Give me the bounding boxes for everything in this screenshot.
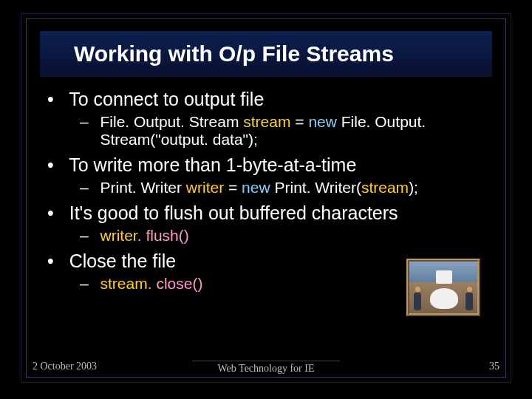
footer-page-number: 35	[489, 361, 499, 372]
slide-title: Working with O/p File Streams	[74, 41, 479, 66]
bullet-2-text: To write more than 1-byte-at-a-time	[69, 154, 356, 175]
person-icon	[414, 287, 421, 312]
bullet-3-sub: writer. flush()	[80, 227, 492, 245]
footer-date: 2 October 2003	[33, 361, 97, 372]
code-method: . flush()	[137, 227, 189, 244]
code-var: writer	[186, 179, 224, 196]
code-method: . close()	[148, 275, 203, 292]
code-keyword: new	[242, 179, 270, 196]
person-icon	[466, 287, 473, 312]
slide-border-outer: Working with O/p File Streams To connect…	[21, 13, 511, 383]
code-text: Print. Writer(	[270, 179, 361, 196]
code-text: Print. Writer	[100, 179, 186, 196]
bullet-1-sub: File. Output. Stream stream = new File. …	[80, 113, 492, 149]
footer-title: Web Technology for IE	[192, 361, 340, 375]
bullet-2: To write more than 1-byte-at-a-time Prin…	[47, 154, 492, 197]
code-text: );	[409, 179, 418, 196]
illustration-image	[406, 259, 480, 316]
slide-border-inner: Working with O/p File Streams To connect…	[26, 18, 506, 378]
bullet-4-text: Close the file	[69, 250, 177, 271]
code-var: stream	[243, 113, 290, 130]
bullet-1: To connect to output file File. Output. …	[47, 89, 492, 149]
code-text: =	[224, 179, 242, 196]
bullet-2-sub: Print. Writer writer = new Print. Writer…	[80, 179, 492, 197]
code-var: writer	[100, 227, 137, 244]
slide-footer: 2 October 2003 Web Technology for IE 35	[27, 361, 505, 372]
code-keyword: new	[308, 113, 337, 130]
bullet-1-text: To connect to output file	[69, 89, 264, 109]
toilet-icon	[430, 270, 458, 309]
code-arg: stream	[361, 179, 409, 196]
code-text: File. Output. Stream	[100, 113, 244, 130]
code-text: =	[290, 113, 308, 130]
code-var: stream	[100, 275, 148, 292]
bullet-3-text: It's good to flush out buffered characte…	[69, 202, 398, 223]
bullet-3: It's good to flush out buffered characte…	[47, 202, 492, 245]
title-bar: Working with O/p File Streams	[40, 31, 492, 77]
